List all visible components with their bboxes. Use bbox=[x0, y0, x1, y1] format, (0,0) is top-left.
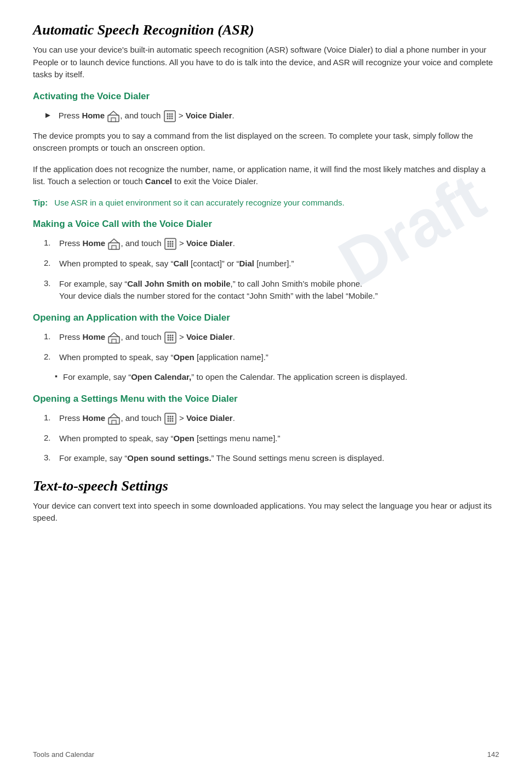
step-number-1: 1. bbox=[44, 238, 59, 247]
step-openapp-bullet-content: For example, say “Open Calendar,” to ope… bbox=[63, 371, 407, 384]
svg-rect-1 bbox=[111, 118, 116, 122]
svg-point-28 bbox=[169, 334, 171, 336]
step-opensettings-2: 2. When prompted to speak, say “Open [se… bbox=[33, 432, 499, 445]
svg-point-10 bbox=[169, 117, 170, 119]
bold-voice-dialer-vc1: Voice Dialer bbox=[186, 238, 233, 248]
grid-icon-oa1 bbox=[164, 332, 176, 344]
home-icon bbox=[107, 110, 119, 122]
bold-open-os2: Open bbox=[173, 434, 194, 443]
svg-point-8 bbox=[171, 115, 173, 117]
section-heading-open-app: Opening an Application with the Voice Di… bbox=[33, 312, 499, 323]
step-activating-1: ► Press Home , and touch > Voic bbox=[33, 110, 499, 122]
intro-paragraph: You can use your device's built-in autom… bbox=[33, 44, 499, 81]
svg-point-33 bbox=[167, 339, 169, 340]
svg-point-44 bbox=[171, 418, 173, 419]
step-number-os1: 1. bbox=[44, 413, 59, 422]
tip-line: Tip: Use ASR in a quiet environment so i… bbox=[33, 197, 499, 209]
bold-home-os1: Home bbox=[83, 413, 106, 423]
body-after-activating-1: The device prompts you to say a command … bbox=[33, 130, 499, 155]
bold-open-sound: Open sound settings. bbox=[127, 453, 211, 463]
bold-dial: Dial bbox=[239, 259, 254, 268]
svg-point-23 bbox=[171, 246, 173, 247]
step-number-oa2: 2. bbox=[44, 352, 59, 361]
svg-point-9 bbox=[167, 117, 168, 119]
svg-point-39 bbox=[167, 415, 169, 417]
footer: Tools and Calendar 142 bbox=[33, 750, 499, 759]
tip-label: Tip: bbox=[33, 197, 48, 209]
svg-point-20 bbox=[171, 243, 173, 245]
step-voicecall-3: 3. For example, say “Call John Smith on … bbox=[33, 278, 499, 303]
svg-point-31 bbox=[169, 337, 171, 338]
svg-point-29 bbox=[171, 334, 173, 336]
bold-voice-dialer-oa1: Voice Dialer bbox=[186, 332, 233, 341]
svg-rect-37 bbox=[112, 420, 116, 424]
bold-voice-dialer-1: Voice Dialer bbox=[186, 111, 232, 120]
svg-point-19 bbox=[169, 243, 171, 245]
step-number-os2: 2. bbox=[44, 433, 59, 442]
section-heading-open-settings: Opening a Settings Menu with the Voice D… bbox=[33, 394, 499, 404]
bold-voice-dialer-os1: Voice Dialer bbox=[186, 413, 233, 423]
svg-point-16 bbox=[169, 241, 171, 243]
home-icon-oa1 bbox=[108, 332, 120, 344]
svg-point-46 bbox=[169, 420, 171, 421]
step-opensettings-3-content: For example, say “Open sound settings.” … bbox=[59, 452, 499, 465]
grid-icon-vc1 bbox=[164, 238, 176, 250]
step-opensettings-1-content: Press Home , and touch > Voice Dialer. bbox=[59, 412, 499, 425]
svg-point-21 bbox=[167, 246, 169, 247]
bold-call-john: Call John Smith on mobile bbox=[127, 279, 230, 288]
bold-home: Home bbox=[82, 111, 105, 120]
step-voicecall-1: 1. Press Home , and touch > Voice bbox=[33, 237, 499, 250]
svg-point-41 bbox=[171, 415, 173, 417]
body-after-activating-2: If the application does not recognize th… bbox=[33, 163, 499, 188]
svg-point-42 bbox=[167, 418, 169, 419]
step-opensettings-2-content: When prompted to speak, say “Open [setti… bbox=[59, 432, 499, 445]
step-voicecall-2-content: When prompted to speak, say “Call [conta… bbox=[59, 258, 499, 270]
bullet-mark: ▪ bbox=[55, 372, 58, 380]
step-voicecall-3-content: For example, say “Call John Smith on mob… bbox=[59, 278, 499, 303]
step-number-oa1: 1. bbox=[44, 332, 59, 341]
grid-icon-os1 bbox=[164, 413, 176, 425]
svg-point-5 bbox=[171, 113, 173, 115]
svg-point-32 bbox=[171, 337, 173, 338]
step-openapp-1: 1. Press Home , and touch > Voice bbox=[33, 331, 499, 344]
tts-title: Text-to-speech Settings bbox=[33, 478, 499, 494]
step-openapp-1-content: Press Home , and touch > Voice Dialer. bbox=[59, 331, 499, 344]
svg-rect-25 bbox=[112, 339, 116, 343]
home-icon-vc1 bbox=[108, 238, 120, 250]
step-number-2: 2. bbox=[44, 258, 59, 267]
tip-text: Use ASR in a quiet environment so it can… bbox=[54, 197, 344, 209]
tts-body: Your device can convert text into speech… bbox=[33, 500, 499, 525]
svg-point-43 bbox=[169, 418, 171, 419]
svg-point-22 bbox=[169, 246, 171, 247]
svg-point-47 bbox=[171, 420, 173, 421]
footer-left: Tools and Calendar bbox=[33, 750, 94, 759]
section-heading-voice-call: Making a Voice Call with the Voice Diale… bbox=[33, 219, 499, 230]
bold-home-oa1: Home bbox=[83, 332, 106, 341]
svg-point-45 bbox=[167, 420, 169, 421]
step-opensettings-1: 1. Press Home , and touch > Voice bbox=[33, 412, 499, 425]
svg-point-35 bbox=[171, 339, 173, 340]
svg-point-30 bbox=[167, 337, 169, 338]
arrow-indicator: ► bbox=[44, 110, 52, 119]
step-openapp-bullet: ▪ For example, say “Open Calendar,” to o… bbox=[55, 371, 499, 384]
grid-icon bbox=[164, 110, 176, 122]
step-opensettings-3: 3. For example, say “Open sound settings… bbox=[33, 452, 499, 465]
svg-point-27 bbox=[167, 334, 169, 336]
svg-point-4 bbox=[169, 113, 170, 115]
step-openapp-2-content: When prompted to speak, say “Open [appli… bbox=[59, 351, 499, 364]
bold-home-vc1: Home bbox=[83, 238, 106, 248]
svg-point-3 bbox=[167, 113, 168, 115]
section-heading-activating: Activating the Voice Dialer bbox=[33, 91, 499, 102]
bold-open-calendar: Open Calendar, bbox=[131, 372, 191, 381]
step-number-os3: 3. bbox=[44, 453, 59, 462]
home-icon-os1 bbox=[108, 413, 120, 425]
page-title: Automatic Speech Recognition (ASR) bbox=[33, 22, 499, 38]
step-number-3: 3. bbox=[44, 278, 59, 288]
footer-right: 142 bbox=[487, 750, 499, 759]
svg-rect-13 bbox=[112, 246, 116, 249]
svg-point-15 bbox=[167, 241, 169, 243]
bold-open-oa2: Open bbox=[173, 352, 194, 362]
step-voicecall-2: 2. When prompted to speak, say “Call [co… bbox=[33, 258, 499, 270]
step-voicecall-1-content: Press Home , and touch > Voice Dialer. bbox=[59, 237, 499, 250]
svg-point-17 bbox=[171, 241, 173, 243]
